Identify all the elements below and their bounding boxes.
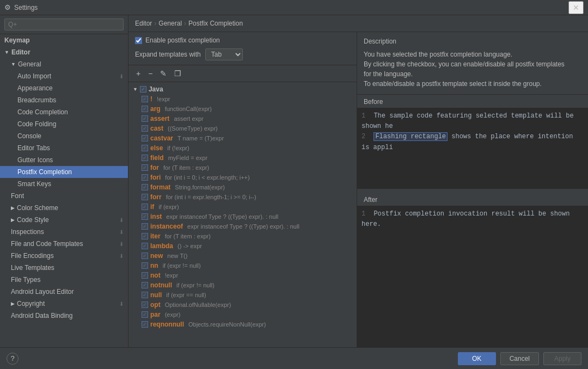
sidebar-item-android-layout-editor[interactable]: Android Layout Editor [0,286,128,298]
template-item[interactable]: reqnonnullObjects.requireNonNull(expr) [128,319,357,329]
template-item[interactable]: iterfor (T item : expr) [128,231,357,241]
sidebar-item-file-encodings[interactable]: File Encodings ⬇ [0,250,128,262]
apply-button[interactable]: Apply [543,352,581,365]
template-item[interactable]: forrfor (int i = expr.length-1; i >= 0; … [128,192,357,202]
template-item[interactable]: newnew T() [128,251,357,261]
sidebar-item-file-types[interactable]: File Types [0,274,128,286]
sidebar-item-appearance[interactable]: Appearance [0,82,128,94]
template-keyword: if [150,203,154,211]
template-item[interactable]: fieldmyField = expr [128,153,357,163]
template-item[interactable]: optOptional.ofNullable(expr) [128,300,357,310]
sidebar-item-keymap[interactable]: Keymap [0,34,128,46]
add-button[interactable]: + [133,67,144,79]
sidebar-item-copyright[interactable]: Copyright ⬇ [0,298,128,310]
template-item[interactable]: nullif (expr == null) [128,290,357,300]
template-item-checkbox[interactable] [142,233,148,239]
sidebar-item-code-folding[interactable]: Code Folding [0,118,128,130]
before-scrollbar[interactable] [357,188,588,193]
code-style-triangle-icon [11,217,15,223]
template-desc: Optional.ofNullable(expr) [165,302,231,308]
template-item[interactable]: instanceofexpr instanceof Type ? ((Type)… [128,222,357,231]
cancel-button[interactable]: Cancel [500,352,539,365]
template-item[interactable]: par(expr) [128,310,357,319]
template-item-checkbox[interactable] [142,311,148,318]
template-item[interactable]: castvarT name = (T)expr [128,133,357,143]
edit-button[interactable]: ✎ [157,67,170,79]
template-item-checkbox[interactable] [142,125,148,132]
template-item[interactable]: assertassert expr [128,114,357,124]
close-button[interactable]: ✕ [568,1,584,14]
sidebar-item-gutter-icons[interactable]: Gutter Icons [0,154,128,166]
template-item-checkbox[interactable] [142,223,148,230]
template-list: Java !!expr argfunctionCall(expr) assert… [128,82,357,347]
sidebar-item-general[interactable]: General [0,58,128,70]
template-item[interactable]: formatString.format(expr) [128,182,357,192]
line-num-2: 2 [362,133,365,140]
template-item-checkbox[interactable] [142,135,148,142]
sidebar-item-postfix-completion[interactable]: Postfix Completion [0,166,128,178]
breadcrumb-general: General [158,20,182,27]
template-item[interactable]: forifor (int i = 0; i < expr.length; i++… [128,173,357,182]
template-item[interactable]: lambda() -> expr [128,241,357,251]
template-desc: !expr [157,96,170,102]
copy-button[interactable]: ❐ [171,67,185,79]
template-desc: for (int i = expr.length-1; i >= 0; i--) [166,194,256,200]
template-item[interactable]: instexpr instanceof Type ? ((Type) expr)… [128,212,357,222]
template-item[interactable]: argfunctionCall(expr) [128,104,357,114]
template-item[interactable]: notnullif (expr != null) [128,280,357,290]
template-item-checkbox[interactable] [142,106,148,112]
template-item-checkbox[interactable] [142,302,148,308]
template-item-checkbox[interactable] [142,213,148,220]
sidebar-item-live-templates[interactable]: Live Templates [0,262,128,274]
sidebar-item-console[interactable]: Console [0,130,128,142]
template-item-checkbox[interactable] [142,321,148,328]
sidebar-item-code-style[interactable]: Code Style ⬇ [0,214,128,226]
template-item-checkbox[interactable] [142,115,148,122]
template-item-checkbox[interactable] [142,253,148,259]
search-box [0,15,128,34]
template-item-checkbox[interactable] [142,184,148,190]
template-desc: if (expr != null) [163,262,201,269]
template-item-checkbox[interactable] [142,243,148,249]
template-item-checkbox[interactable] [142,204,148,210]
template-item-checkbox[interactable] [142,174,148,181]
java-tree-parent[interactable]: Java [128,84,357,94]
inspections-label: Inspections [11,228,44,236]
expand-select[interactable]: Tab Enter Space [205,48,243,60]
sidebar-item-smart-keys[interactable]: Smart Keys [0,178,128,190]
template-item[interactable]: nnif (expr != null) [128,261,357,270]
template-item-checkbox[interactable] [142,155,148,161]
template-item-checkbox[interactable] [142,96,148,102]
search-input[interactable] [4,19,124,30]
enable-label[interactable]: Enable postfix completion [145,36,220,44]
sidebar-item-editor[interactable]: Editor [0,46,128,58]
template-item-checkbox[interactable] [142,282,148,288]
template-item-checkbox[interactable] [142,262,148,269]
sidebar-item-android-data-binding[interactable]: Android Data Binding [0,310,128,322]
template-item[interactable]: forfor (T item : expr) [128,163,357,173]
bottom-right: OK Cancel Apply [458,352,581,365]
sidebar-item-color-scheme[interactable]: Color Scheme [0,202,128,214]
template-item-checkbox[interactable] [142,145,148,151]
remove-button[interactable]: − [145,67,156,79]
ok-button[interactable]: OK [458,352,496,365]
template-item[interactable]: ifif (expr) [128,202,357,212]
sidebar-item-font[interactable]: Font [0,190,128,202]
sidebar-item-code-completion[interactable]: Code Completion [0,106,128,118]
template-item[interactable]: not!expr [128,270,357,280]
sidebar-item-inspections[interactable]: Inspections ⬇ [0,226,128,238]
sidebar-item-editor-tabs[interactable]: Editor Tabs [0,142,128,154]
help-button[interactable]: ? [7,353,19,365]
template-item-checkbox[interactable] [142,292,148,298]
template-item[interactable]: !!expr [128,94,357,104]
enable-checkbox[interactable] [135,37,142,44]
template-item-checkbox[interactable] [142,272,148,279]
sidebar-item-breadcrumbs[interactable]: Breadcrumbs [0,94,128,106]
java-checkbox[interactable] [140,86,146,93]
template-item[interactable]: cast((SomeType) expr) [128,124,357,133]
template-item-checkbox[interactable] [142,164,148,171]
sidebar-item-file-code-templates[interactable]: File and Code Templates ⬇ [0,238,128,250]
template-item[interactable]: elseif (!expr) [128,143,357,153]
template-item-checkbox[interactable] [142,194,148,200]
sidebar-item-auto-import[interactable]: Auto Import ⬇ [0,70,128,82]
